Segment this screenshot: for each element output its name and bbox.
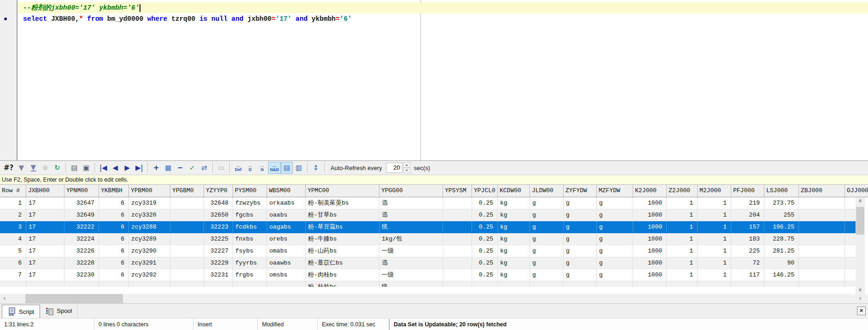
cell[interactable]: 72 (731, 257, 764, 269)
cell[interactable]: zcy3291 (129, 257, 170, 269)
cell[interactable]: orkaabs (267, 197, 306, 209)
cell[interactable]: 1000 (633, 209, 667, 221)
cell[interactable]: 2 (0, 209, 26, 221)
cell[interactable]: 1 (698, 197, 731, 209)
cell[interactable]: 6 (99, 257, 129, 269)
cell[interactable]: 4 (0, 233, 26, 245)
cell[interactable]: 32229 (204, 257, 233, 269)
cell[interactable]: 17 (26, 209, 64, 221)
cell[interactable]: kg (498, 233, 530, 245)
column-header-k2j000[interactable]: K2J000 (633, 185, 667, 197)
cell[interactable]: kg (498, 269, 530, 281)
column-header-wbsm00[interactable]: WBSM00 (267, 185, 306, 197)
duplicate-record-button[interactable]: ▦ (162, 162, 174, 174)
cell[interactable]: 1 (667, 269, 698, 281)
cell[interactable]: 1000 (633, 269, 667, 281)
cell[interactable]: 0.25 (472, 269, 498, 281)
cell[interactable] (267, 281, 306, 287)
cell[interactable]: 32226 (64, 245, 99, 257)
scroll-down-icon[interactable]: ∨ (856, 286, 865, 294)
table-row[interactable]: 617322286zcy329132229fyyrbsoaawbs粉-薏苡仁bs… (0, 257, 868, 269)
cell[interactable]: g (564, 221, 597, 233)
cell[interactable]: 1000 (633, 197, 667, 209)
cell[interactable]: 0.25 (472, 245, 498, 257)
cell[interactable] (170, 269, 204, 281)
cell[interactable]: 0.25 (472, 209, 498, 221)
cell[interactable] (443, 281, 472, 287)
cell[interactable]: 7 (0, 269, 26, 281)
grid-vertical-scrollbar[interactable]: ∧ ∨ (856, 197, 865, 294)
cell[interactable] (799, 257, 845, 269)
cell[interactable]: 粉-草豆蔻bs (306, 221, 379, 233)
size-columns-data-button[interactable]: ↔D (244, 162, 256, 174)
size-columns-name-button[interactable]: ↔N (256, 162, 268, 174)
column-header-ypbm00[interactable]: YPBM00 (129, 185, 170, 197)
cell[interactable]: 一级 (379, 269, 443, 281)
grid-view-button[interactable]: ▤ (281, 162, 293, 174)
column-header-mzfydw[interactable]: MZFYDW (597, 185, 633, 197)
cell[interactable] (799, 233, 845, 245)
scroll-right-icon[interactable]: › (856, 294, 865, 303)
cell[interactable] (799, 209, 845, 221)
cell[interactable]: fsybs (233, 245, 267, 257)
cell[interactable] (472, 281, 498, 287)
cell[interactable]: 281.25 (764, 245, 799, 257)
cell[interactable]: 1 (667, 257, 698, 269)
cell[interactable]: fyyrbs (233, 257, 267, 269)
cell[interactable]: 17 (26, 233, 64, 245)
cell[interactable] (799, 269, 845, 281)
cell[interactable]: 1 (698, 209, 731, 221)
cell[interactable]: 1 (698, 221, 731, 233)
revert-changes-button[interactable]: ⇄ (198, 162, 210, 174)
table-row[interactable]: 粉-桂枝bs统 (0, 281, 868, 287)
cell[interactable] (170, 257, 204, 269)
cell[interactable]: 255 (764, 209, 799, 221)
cell[interactable]: 粉-桂枝bs (306, 281, 379, 287)
cell[interactable]: kg (498, 209, 530, 221)
column-header-z2j000[interactable]: Z2J000 (667, 185, 698, 197)
cell[interactable]: fnxbs (233, 233, 267, 245)
cell[interactable]: g (564, 245, 597, 257)
cell[interactable]: 选 (379, 197, 443, 209)
cell[interactable]: 选 (379, 209, 443, 221)
column-header-kcdw00[interactable]: KCDW00 (498, 185, 530, 197)
cell[interactable]: omabs (267, 245, 306, 257)
cell[interactable]: 1000 (633, 245, 667, 257)
cell[interactable] (799, 245, 845, 257)
spinner-up-icon[interactable]: ▲ (403, 162, 410, 168)
scroll-up-icon[interactable]: ∧ (856, 197, 865, 205)
cell[interactable] (64, 281, 99, 287)
column-header-zbj000[interactable]: ZBJ000 (799, 185, 845, 197)
cell[interactable]: 1000 (633, 233, 667, 245)
cell[interactable]: zcy3319 (129, 197, 170, 209)
cell[interactable]: 32225 (204, 233, 233, 245)
column-header-ypjcl0[interactable]: YPJCL0 (472, 185, 498, 197)
table-row[interactable]: 217326496zcy332032650fgcbsoaabs粉-甘草bs选0.… (0, 209, 868, 221)
cell[interactable]: 选 (379, 257, 443, 269)
tab-script[interactable]: SQL Script (2, 305, 40, 318)
cell[interactable]: 6 (99, 197, 129, 209)
cell[interactable]: zcy3292 (129, 269, 170, 281)
cell[interactable] (764, 281, 799, 287)
cell[interactable]: 17 (26, 221, 64, 233)
table-row[interactable]: 317322226zcy328832223fcdkbsoagabs粉-草豆蔻bs… (0, 221, 868, 233)
save-button[interactable]: ▣ (80, 162, 92, 174)
next-record-button[interactable]: ▶ (121, 162, 133, 174)
cell[interactable] (597, 281, 633, 287)
first-record-button[interactable]: |◀ (97, 162, 109, 174)
cell[interactable]: kg (498, 257, 530, 269)
sql-statement-line[interactable]: select JXBH00,* from bm_yd0000 where tzr… (17, 13, 868, 24)
cell[interactable]: 1 (698, 269, 731, 281)
cell[interactable]: 32647 (64, 197, 99, 209)
cell[interactable]: 6 (99, 245, 129, 257)
cell[interactable] (99, 281, 129, 287)
cell[interactable]: omsbs (267, 269, 306, 281)
cell[interactable]: 粉-薏苡仁bs (306, 257, 379, 269)
cell[interactable]: 204 (731, 209, 764, 221)
cell[interactable]: fgcbs (233, 209, 267, 221)
refresh-button[interactable]: ↻ (51, 162, 63, 174)
column-header-yzyyp0[interactable]: YZYYP0 (204, 185, 233, 197)
cell[interactable]: 32231 (204, 269, 233, 281)
cell[interactable] (667, 281, 698, 287)
print-button[interactable]: ▤ (68, 162, 80, 174)
